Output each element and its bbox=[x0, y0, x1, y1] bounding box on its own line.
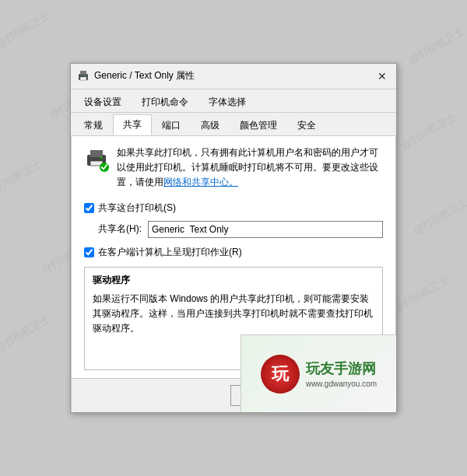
svg-rect-5 bbox=[90, 150, 103, 157]
svg-rect-3 bbox=[85, 75, 86, 76]
form-section: 共享这台打印机(S) 共享名(H): 在客户端计算机上呈现打印作业(R) bbox=[84, 201, 383, 259]
watermark-8: @打印机卫士 bbox=[411, 196, 467, 239]
tab-device-settings[interactable]: 设备设置 bbox=[74, 92, 132, 112]
watermark-1: @打印机卫士 bbox=[0, 9, 52, 52]
share-checkbox-row: 共享这台打印机(S) bbox=[84, 201, 383, 215]
svg-rect-7 bbox=[100, 157, 103, 159]
title-bar: Generic / Text Only 属性 ✕ bbox=[71, 64, 396, 89]
driver-description: 如果运行不同版本 Windows 的用户共享此打印机，则可能需要安装其驱动程序。… bbox=[93, 292, 374, 337]
watermark-5: @打印机卫士 bbox=[0, 313, 52, 355]
printer-icon bbox=[77, 70, 90, 82]
printer-shield-icon bbox=[84, 147, 109, 172]
tab-font-select[interactable]: 字体选择 bbox=[198, 92, 256, 112]
share-name-row: 共享名(H): bbox=[98, 221, 383, 238]
watermark-3: @打印机卫士 bbox=[0, 157, 44, 200]
watermark-7: @打印机卫士 bbox=[399, 110, 459, 153]
tab-group-2: 常规 共享 端口 高级 颜色管理 安全 bbox=[71, 113, 396, 136]
render-checkbox-row: 在客户端计算机上呈现打印作业(R) bbox=[84, 246, 383, 259]
tab-security[interactable]: 安全 bbox=[287, 115, 326, 135]
share-name-label: 共享名(H): bbox=[98, 222, 142, 236]
render-checkbox-label[interactable]: 在客户端计算机上呈现打印作业(R) bbox=[98, 246, 242, 259]
info-text-before-link: 如果共享此打印机，只有拥有此计算机用户名和密码的用户才可以使用此打印机。计算机睡… bbox=[117, 147, 378, 187]
tab-color-management[interactable]: 颜色管理 bbox=[230, 115, 287, 135]
tab-ports[interactable]: 端口 bbox=[152, 115, 191, 135]
share-checkbox-label[interactable]: 共享这台打印机(S) bbox=[98, 201, 176, 215]
watermark-logo: 玩 玩友手游网 www.gdwanyou.com bbox=[241, 334, 396, 412]
render-checkbox[interactable] bbox=[84, 247, 94, 257]
info-link[interactable]: 网络和共享中心。 bbox=[163, 177, 238, 187]
title-bar-left: Generic / Text Only 属性 bbox=[77, 69, 195, 82]
share-checkbox[interactable] bbox=[84, 203, 94, 213]
tab-general[interactable]: 常规 bbox=[74, 115, 113, 135]
tabs-row-2: 常规 共享 端口 高级 颜色管理 安全 bbox=[71, 113, 396, 135]
info-box: 如果共享此打印机，只有拥有此计算机用户名和密码的用户才可以使用此打印机。计算机睡… bbox=[84, 145, 383, 191]
tab-print-commands[interactable]: 打印机命令 bbox=[132, 92, 198, 112]
tab-sharing[interactable]: 共享 bbox=[113, 114, 152, 135]
watermark-9: @打印机卫士 bbox=[392, 274, 451, 317]
title-text: Generic / Text Only 属性 bbox=[94, 69, 195, 82]
close-button[interactable]: ✕ bbox=[374, 68, 390, 84]
info-description: 如果共享此打印机，只有拥有此计算机用户名和密码的用户才可以使用此打印机。计算机睡… bbox=[117, 145, 383, 191]
watermark-6: @打印机卫士 bbox=[407, 25, 467, 68]
tab-group-1: 设备设置 打印机命令 字体选择 bbox=[71, 89, 396, 113]
tabs-row-1: 设备设置 打印机命令 字体选择 bbox=[71, 89, 396, 112]
tab-advanced[interactable]: 高级 bbox=[191, 115, 230, 135]
driver-title: 驱动程序 bbox=[93, 274, 374, 287]
logo-circle: 玩 bbox=[261, 355, 300, 394]
svg-rect-2 bbox=[80, 77, 86, 80]
dialog-window: Generic / Text Only 属性 ✕ 设备设置 打印机命令 字体选择… bbox=[70, 63, 397, 413]
share-name-input[interactable] bbox=[148, 221, 383, 238]
svg-rect-1 bbox=[80, 71, 86, 75]
logo-brand-text: 玩友手游网 bbox=[306, 359, 377, 378]
logo-url-text: www.gdwanyou.com bbox=[306, 380, 377, 388]
